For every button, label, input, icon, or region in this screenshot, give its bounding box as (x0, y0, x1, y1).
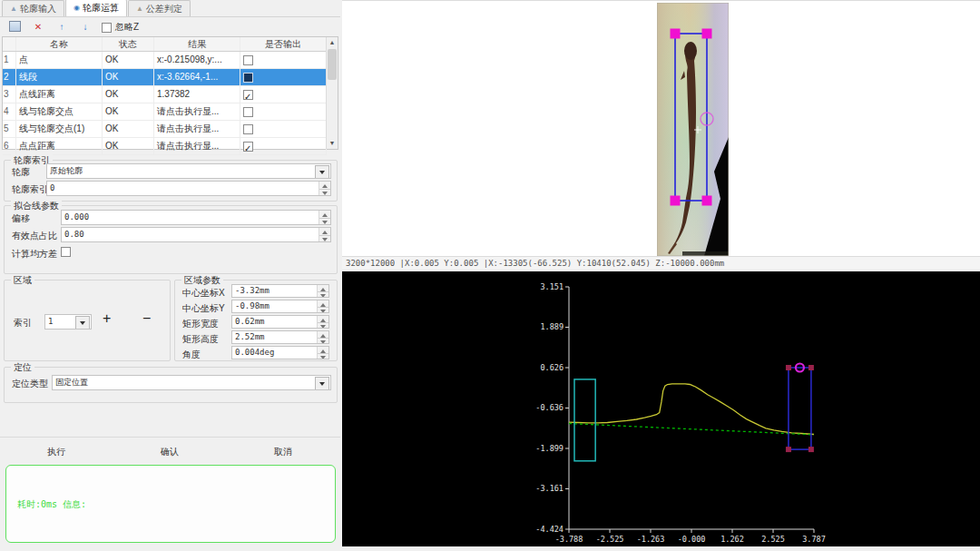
spin-down-icon[interactable] (317, 353, 328, 359)
group-title: 区域参数 (181, 274, 223, 287)
delete-item-button[interactable]: ✕ (31, 21, 45, 34)
add-region-button[interactable]: + (103, 310, 111, 327)
plot-axes (569, 287, 814, 529)
roi-rect (675, 34, 707, 201)
ignore-z-checkbox[interactable] (102, 23, 112, 33)
center-y-input[interactable]: -0.98mm (231, 300, 329, 313)
spin-up-icon[interactable] (317, 285, 328, 291)
row-name: 线与轮廓交点(1) (16, 121, 103, 137)
valid-ratio-label: 有效点占比 (12, 230, 57, 242)
chevron-down-icon[interactable] (315, 165, 329, 179)
col-header-status[interactable]: 状态 (103, 37, 154, 51)
contour-index-input[interactable]: 0 (46, 181, 331, 196)
remove-region-button[interactable]: − (142, 310, 151, 327)
table-row[interactable]: 4 线与轮廓交点 OK 请点击执行显... (3, 103, 327, 121)
tab-tolerance[interactable]: ▲ 公差判定 (128, 0, 191, 16)
col-header-result[interactable]: 结果 (154, 37, 240, 51)
spin-up-icon[interactable] (317, 347, 328, 353)
offset-input[interactable]: 0.000 (61, 210, 331, 225)
row-status: OK (103, 121, 154, 137)
chevron-down-icon[interactable] (315, 377, 329, 390)
y-tick-label: -1.899 (535, 444, 564, 453)
row-result: x:-3.62664,-1... (154, 69, 240, 85)
spin-down-icon[interactable] (317, 307, 328, 313)
cancel-button[interactable]: 取消 (256, 446, 310, 458)
center-x-label: 中心坐标X (182, 287, 225, 300)
x-tick-label: -1.263 (637, 535, 665, 544)
output-checkbox[interactable] (243, 90, 253, 100)
spin-up-icon[interactable] (317, 316, 328, 322)
spin-down-icon[interactable] (317, 322, 328, 329)
move-up-button[interactable]: ↑ (54, 21, 69, 34)
chevron-down-icon[interactable] (75, 316, 90, 330)
position-type-select[interactable]: 固定位置 (52, 375, 331, 390)
table-row[interactable]: 1 点 OK x:-0.215098,y:... (3, 52, 327, 69)
row-status: OK (103, 103, 154, 120)
rms-checkbox[interactable] (61, 247, 71, 257)
col-header-name[interactable]: 名称 (16, 37, 103, 51)
camera-view[interactable] (342, 0, 980, 257)
y-tick-label: 0.626 (540, 363, 564, 372)
table-row[interactable]: 6 点点距离 OK 请点击执行显... (3, 138, 327, 155)
center-y-label: 中心坐标Y (182, 302, 225, 315)
spin-down-icon[interactable] (318, 235, 330, 242)
scroll-thumb[interactable] (328, 49, 337, 80)
image-roi-overlay[interactable] (657, 3, 729, 256)
output-checkbox[interactable] (243, 55, 253, 65)
valid-ratio-input[interactable]: 0.80 (61, 227, 331, 242)
tolerance-icon: ▲ (136, 5, 143, 13)
region-params-group: 区域参数 中心坐标X 中心坐标Y 矩形宽度 矩形高度 角度 -3.32mm -0… (174, 280, 338, 361)
contour-input-icon: ▲ (10, 5, 17, 13)
image-status-bar: 3200*12000 |X:0.005 Y:0.005 |X:-13305(-6… (342, 257, 980, 270)
profile-plot[interactable]: 3.1511.8890.626-0.636-1.899-3.161-4.424-… (342, 271, 980, 546)
col-header-output[interactable]: 是否输出 (240, 37, 327, 51)
output-checkbox[interactable] (243, 73, 253, 83)
execute-button[interactable]: 执行 (29, 446, 83, 458)
scroll-down-icon[interactable]: ▼ (327, 138, 338, 149)
center-x-input[interactable]: -3.32mm (231, 284, 329, 298)
spin-down-icon[interactable] (318, 189, 330, 196)
row-result: x:-0.215098,y:... (154, 52, 240, 68)
row-result: 请点击执行显... (154, 121, 240, 137)
output-checkbox[interactable] (243, 124, 253, 134)
rms-label: 计算均方差 (12, 248, 57, 261)
spin-down-icon[interactable] (318, 218, 330, 225)
row-status: OK (103, 138, 154, 154)
table-row[interactable]: 2 线段 OK x:-3.62664,-1... (3, 69, 327, 86)
spin-up-icon[interactable] (317, 331, 328, 338)
x-tick-label: -3.788 (555, 535, 583, 544)
settings-panel: ▲ 轮廓输入 ◉ 轮廓运算 ▲ 公差判定 ▾ ✕ ↑ ↓ 忽略Z (0, 0, 340, 551)
table-scrollbar[interactable]: ▲ ▼ (326, 37, 338, 149)
output-checkbox[interactable] (243, 107, 253, 117)
spin-down-icon[interactable] (317, 291, 328, 298)
output-checkbox[interactable] (243, 142, 253, 152)
add-item-button[interactable]: ▾ (7, 21, 22, 34)
rect-width-label: 矩形宽度 (182, 318, 219, 330)
tab-label: 轮廓输入 (20, 2, 56, 16)
spin-down-icon[interactable] (317, 338, 328, 344)
rect-width-input[interactable]: 0.62mm (231, 315, 329, 329)
row-status: OK (103, 52, 154, 68)
group-title: 区域 (11, 274, 34, 287)
group-title: 拟合线参数 (11, 200, 62, 212)
spin-up-icon[interactable] (318, 182, 330, 189)
tab-contour-input[interactable]: ▲ 轮廓输入 (2, 0, 64, 16)
table-row[interactable]: 5 线与轮廓交点(1) OK 请点击执行显... (3, 121, 327, 138)
spin-up-icon[interactable] (318, 211, 330, 218)
confirm-button[interactable]: 确认 (142, 446, 197, 458)
position-type-label: 定位类型 (12, 378, 48, 390)
offset-label: 偏移 (12, 212, 30, 225)
tab-label: 公差判定 (146, 2, 182, 16)
scroll-up-icon[interactable]: ▲ (327, 37, 338, 48)
table-row[interactable]: 3 点线距离 OK 1.37382 (3, 86, 327, 103)
angle-input[interactable]: 0.004deg (231, 346, 329, 359)
region-index-select[interactable]: 1 (44, 314, 92, 330)
move-down-button[interactable]: ↓ (78, 21, 93, 34)
contour-select[interactable]: 原始轮廓 (46, 163, 331, 179)
spin-up-icon[interactable] (318, 228, 330, 235)
x-tick-label: 3.787 (802, 535, 826, 544)
spin-up-icon[interactable] (317, 300, 328, 307)
rect-height-input[interactable]: 2.52mm (231, 330, 329, 344)
tab-contour-compute[interactable]: ◉ 轮廓运算 (65, 0, 127, 16)
row-result: 请点击执行显... (154, 138, 240, 154)
